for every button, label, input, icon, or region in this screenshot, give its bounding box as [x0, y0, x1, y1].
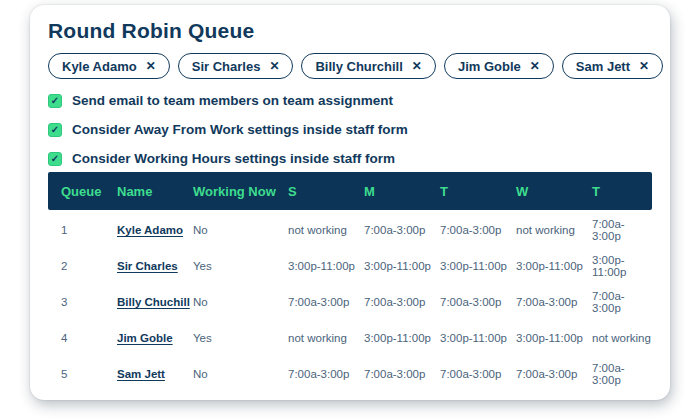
- chip-close-icon[interactable]: ✕: [530, 60, 540, 72]
- cell-day: not working: [516, 224, 592, 236]
- cell-day: 7:00a-3:00p: [440, 224, 516, 236]
- queue-table: Queue Name Working Now S M T W T 1 Kyle …: [48, 172, 652, 392]
- cell-day: 3:00p-11:00p: [516, 260, 592, 272]
- cell-working-now: Yes: [193, 332, 288, 344]
- check-icon: ✓: [51, 154, 59, 164]
- table-body: 1 Kyle Adamo No not working 7:00a-3:00p …: [48, 210, 652, 392]
- cell-working-now: No: [193, 368, 288, 380]
- column-header-tue: T: [440, 184, 516, 199]
- column-header-mon: M: [364, 184, 440, 199]
- cell-day: not working: [288, 224, 364, 236]
- cell-queue: 1: [61, 224, 117, 236]
- cell-name-link[interactable]: Sam Jett: [117, 368, 193, 380]
- cell-day: 7:00a-3:00p: [440, 296, 516, 308]
- cell-day: 3:00p-11:00p: [440, 260, 516, 272]
- checkbox-row-away-from-work: ✓ Consider Away From Work settings insid…: [48, 121, 652, 138]
- cell-working-now: No: [193, 296, 288, 308]
- cell-day: 7:00a-3:00p: [364, 224, 440, 236]
- cell-name-link[interactable]: Sir Charles: [117, 260, 193, 272]
- cell-day: 7:00a-3:00p: [440, 368, 516, 380]
- cell-queue: 4: [61, 332, 117, 344]
- cell-name-link[interactable]: Jim Goble: [117, 332, 193, 344]
- column-header-wed: W: [516, 184, 592, 199]
- checkbox-send-email[interactable]: ✓: [48, 94, 62, 108]
- column-header-sun: S: [288, 184, 364, 199]
- cell-day: 3:00p-11:00p: [440, 332, 516, 344]
- column-header-working-now: Working Now: [193, 184, 288, 199]
- column-header-name: Name: [117, 184, 193, 199]
- cell-queue: 3: [61, 296, 117, 308]
- round-robin-card: Round Robin Queue Kyle Adamo ✕ Sir Charl…: [30, 5, 670, 400]
- cell-queue: 5: [61, 368, 117, 380]
- chip-label: Jim Goble: [458, 59, 521, 74]
- chip-label: Billy Churchill: [315, 59, 402, 74]
- cell-day: 7:00a-3:00p: [592, 218, 652, 242]
- chip-close-icon[interactable]: ✕: [412, 60, 422, 72]
- cell-day: 7:00a-3:00p: [364, 368, 440, 380]
- checkbox-label: Consider Away From Work settings inside …: [72, 122, 408, 137]
- cell-queue: 2: [61, 260, 117, 272]
- table-row: 4 Jim Goble Yes not working 3:00p-11:00p…: [48, 320, 652, 356]
- chip-sam-jett[interactable]: Sam Jett ✕: [562, 53, 663, 79]
- chip-close-icon[interactable]: ✕: [269, 60, 279, 72]
- cell-day: 7:00a-3:00p: [516, 296, 592, 308]
- chip-billy-churchill[interactable]: Billy Churchill ✕: [301, 53, 435, 79]
- table-row: 2 Sir Charles Yes 3:00p-11:00p 3:00p-11:…: [48, 248, 652, 284]
- checkbox-label: Send email to team members on team assig…: [72, 93, 393, 108]
- table-row: 3 Billy Chuchill No 7:00a-3:00p 7:00a-3:…: [48, 284, 652, 320]
- settings-checkboxes: ✓ Send email to team members on team ass…: [48, 92, 652, 167]
- cell-day: 7:00a-3:00p: [288, 368, 364, 380]
- cell-day: 7:00a-3:00p: [592, 290, 652, 314]
- checkbox-label: Consider Working Hours settings inside s…: [72, 151, 395, 166]
- cell-working-now: Yes: [193, 260, 288, 272]
- checkbox-row-send-email: ✓ Send email to team members on team ass…: [48, 92, 652, 109]
- chip-sir-charles[interactable]: Sir Charles ✕: [178, 53, 294, 79]
- chip-label: Sir Charles: [192, 59, 261, 74]
- cell-day: 3:00p-11:00p: [364, 332, 440, 344]
- cell-day: 7:00a-3:00p: [364, 296, 440, 308]
- table-row: 1 Kyle Adamo No not working 7:00a-3:00p …: [48, 212, 652, 248]
- checkbox-row-working-hours: ✓ Consider Working Hours settings inside…: [48, 150, 652, 167]
- table-header-row: Queue Name Working Now S M T W T: [48, 172, 652, 210]
- cell-day: not working: [592, 332, 652, 344]
- checkbox-working-hours[interactable]: ✓: [48, 152, 62, 166]
- column-header-thu: T: [592, 184, 652, 199]
- cell-day: 7:00a-3:00p: [288, 296, 364, 308]
- check-icon: ✓: [51, 125, 59, 135]
- page-title: Round Robin Queue: [48, 18, 652, 43]
- chip-kyle-adamo[interactable]: Kyle Adamo ✕: [48, 53, 170, 79]
- cell-day: 3:00p-11:00p: [288, 260, 364, 272]
- cell-day: 3:00p-11:00p: [364, 260, 440, 272]
- cell-day: not working: [288, 332, 364, 344]
- cell-day: 3:00p-11:00p: [516, 332, 592, 344]
- check-icon: ✓: [51, 96, 59, 106]
- team-member-chips: Kyle Adamo ✕ Sir Charles ✕ Billy Churchi…: [48, 53, 652, 79]
- table-row: 5 Sam Jett No 7:00a-3:00p 7:00a-3:00p 7:…: [48, 356, 652, 392]
- cell-day: 7:00a-3:00p: [516, 368, 592, 380]
- chip-close-icon[interactable]: ✕: [639, 60, 649, 72]
- cell-day: 7:00a-3:00p: [592, 362, 652, 386]
- cell-name-link[interactable]: Kyle Adamo: [117, 224, 193, 236]
- cell-name-link[interactable]: Billy Chuchill: [117, 296, 193, 308]
- chip-jim-goble[interactable]: Jim Goble ✕: [444, 53, 554, 79]
- chip-label: Sam Jett: [576, 59, 630, 74]
- column-header-queue: Queue: [61, 184, 117, 199]
- chip-label: Kyle Adamo: [62, 59, 137, 74]
- cell-day: 3:00p-11:00p: [592, 254, 652, 278]
- checkbox-away-from-work[interactable]: ✓: [48, 123, 62, 137]
- chip-close-icon[interactable]: ✕: [146, 60, 156, 72]
- cell-working-now: No: [193, 224, 288, 236]
